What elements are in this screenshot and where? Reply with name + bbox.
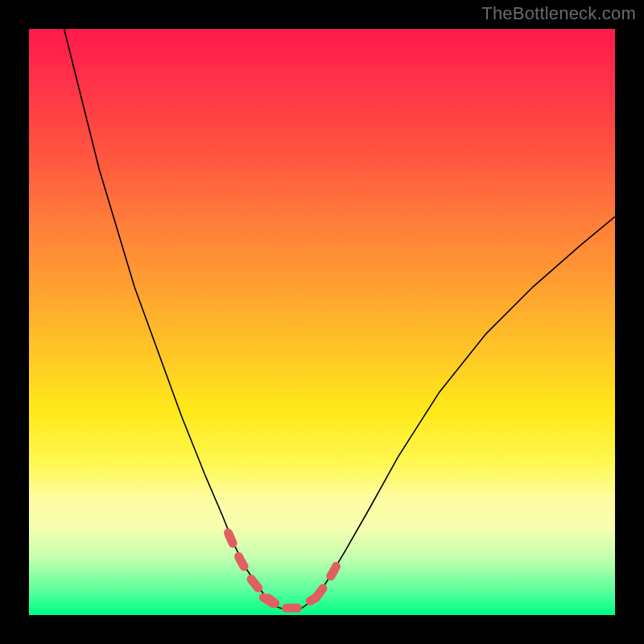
chart-svg [29,29,615,615]
series-highlight-bottom [263,597,316,608]
series-curve-right [304,217,615,606]
watermark-text: TheBottleneck.com [481,3,636,24]
series-curve-left [64,29,275,606]
series-highlight-left [229,533,275,603]
series-highlight-right [316,559,340,597]
chart-gradient-background [29,29,615,615]
